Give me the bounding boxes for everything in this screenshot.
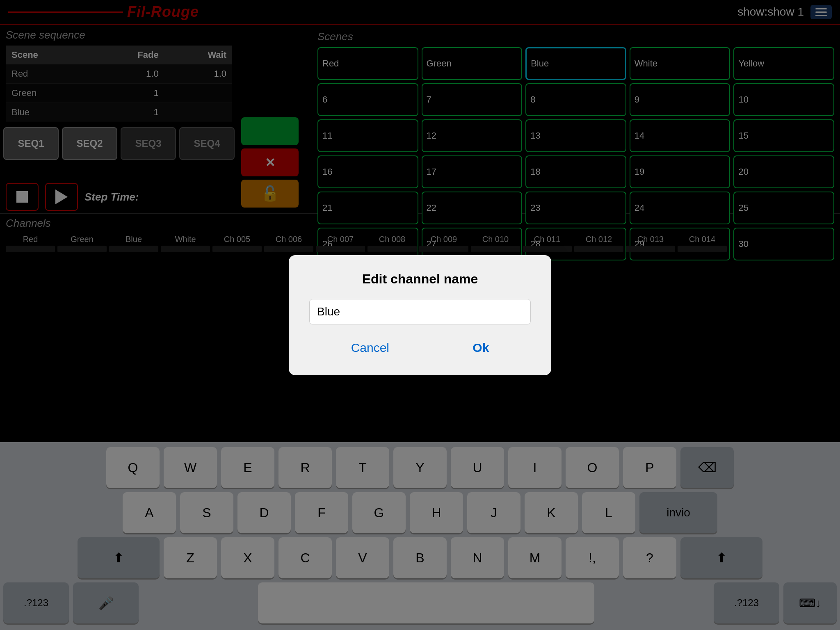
channel-name-input[interactable] <box>309 299 531 324</box>
modal-title: Edit channel name <box>309 272 531 287</box>
ok-button[interactable]: Ok <box>460 337 501 359</box>
modal-overlay: Edit channel name Cancel Ok <box>0 0 840 630</box>
cancel-button[interactable]: Cancel <box>339 337 402 359</box>
modal-buttons: Cancel Ok <box>309 337 531 359</box>
modal-dialog: Edit channel name Cancel Ok <box>289 255 551 375</box>
